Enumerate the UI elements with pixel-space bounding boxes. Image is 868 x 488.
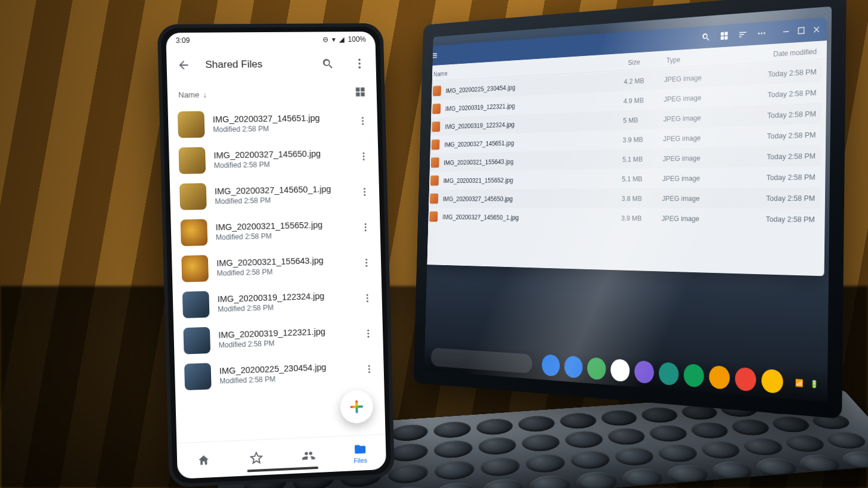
shelf-apps: ▶ [541, 354, 783, 394]
shelf-app-4[interactable]: ▶ [610, 359, 630, 382]
row-name: IMG_20200319_122321.jpg [445, 97, 622, 112]
file-modified: Modified 2:58 PM [213, 123, 349, 133]
search-button[interactable] [317, 53, 339, 74]
table-row[interactable]: IMG_20200327_145650_1.jpg3.9 MBJPEG imag… [425, 207, 820, 229]
row-date: Today 2:58 PM [735, 151, 816, 161]
shelf-app-2[interactable] [564, 356, 582, 378]
row-thumbnail [431, 157, 439, 167]
overflow-button[interactable] [349, 53, 370, 74]
keyboard-key [520, 433, 562, 452]
maximize-icon[interactable] [796, 25, 807, 36]
file-meta: IMG_20200321_155643.jpgModified 2:58 PM [216, 255, 354, 278]
svg-point-28 [367, 336, 369, 338]
keyboard-key [687, 421, 732, 440]
battery-text: 100% [348, 35, 365, 43]
row-size: 5 MB [623, 115, 662, 125]
row-size: 3.9 MB [622, 135, 661, 144]
file-item[interactable]: IMG_20200327_145650.jpgModified 2:58 PM [172, 139, 375, 179]
keyboard-key [728, 418, 773, 437]
file-more-button[interactable] [359, 187, 370, 200]
more-icon[interactable] [757, 28, 766, 39]
svg-point-12 [363, 156, 365, 157]
col-size[interactable]: Size [628, 56, 666, 67]
minimize-icon[interactable] [781, 26, 790, 37]
row-date: Today 2:58 PM [736, 109, 816, 120]
keyboard-key [558, 412, 599, 430]
svg-point-6 [358, 63, 361, 65]
sort-by-name[interactable]: Name ↓ [178, 90, 207, 100]
keyboard-key [612, 446, 657, 467]
row-type: JPEG image [663, 132, 733, 142]
shelf-tray[interactable]: 📶 🔋 [795, 378, 819, 388]
sort-icon[interactable] [738, 29, 748, 40]
file-more-button[interactable] [362, 293, 373, 306]
laptop-screen: Name Size Type Date modified IMG_2020022… [424, 7, 832, 402]
file-more-button[interactable] [363, 328, 374, 341]
row-name: IMG_20200319_122324.jpg [445, 116, 621, 130]
svg-point-19 [365, 229, 367, 231]
nav-files[interactable]: Files [334, 434, 386, 471]
col-type[interactable]: Type [666, 52, 737, 64]
nav-home[interactable] [176, 442, 230, 479]
svg-point-23 [367, 294, 368, 296]
file-more-button[interactable] [357, 116, 368, 129]
files-list: IMG_20200225_230454.jpg4.2 MBJPEG imageT… [424, 59, 827, 231]
file-modified: Modified 2:58 PM [215, 194, 351, 206]
row-date: Today 2:58 PM [736, 88, 817, 100]
svg-point-24 [367, 297, 368, 299]
file-item[interactable]: IMG_20200321_155652.jpgModified 2:58 PM [174, 210, 377, 251]
grid-view-icon[interactable] [720, 30, 729, 41]
keyboard-key [605, 427, 648, 446]
svg-point-0 [758, 33, 760, 35]
svg-rect-3 [783, 31, 789, 32]
svg-point-27 [367, 332, 369, 334]
view-toggle-button[interactable] [354, 86, 366, 100]
hamburger-icon[interactable] [430, 51, 438, 60]
shelf-app-7[interactable] [683, 363, 704, 388]
row-size: 4.9 MB [624, 95, 662, 104]
row-size: 3.9 MB [621, 214, 660, 222]
file-thumbnail [181, 255, 209, 282]
file-more-button[interactable] [360, 222, 371, 235]
search-icon[interactable] [701, 32, 710, 42]
table-row[interactable]: IMG_20200327_145650.jpg3.8 MBJPEG imageT… [426, 187, 820, 209]
shelf-app-8[interactable] [709, 365, 730, 390]
file-thumbnail [179, 183, 207, 210]
file-more-button[interactable] [358, 151, 369, 164]
file-item[interactable]: IMG_20200319_122324.jpgModified 2:58 PM [176, 281, 379, 323]
app-bar: Shared Files [166, 47, 377, 86]
files-window: Name Size Type Date modified IMG_2020022… [424, 17, 827, 276]
status-time: 3:09 [176, 36, 190, 45]
launcher-pill[interactable] [431, 347, 532, 373]
file-item[interactable]: IMG_20200327_145651.jpgModified 2:58 PM [172, 104, 374, 143]
file-item[interactable]: IMG_20200327_145650_1.jpgModified 2:58 P… [173, 175, 376, 215]
shelf-app-3[interactable] [587, 357, 606, 380]
file-item[interactable]: IMG_20200321_155643.jpgModified 2:58 PM [175, 246, 378, 287]
shelf-app-9[interactable] [735, 367, 757, 392]
keyboard-key [740, 437, 787, 456]
sort-bar: Name ↓ [168, 83, 377, 107]
file-item[interactable]: IMG_20200225_230454.jpgModified 2:58 PM [178, 352, 381, 396]
file-more-button[interactable] [361, 257, 372, 271]
file-meta: IMG_20200319_122321.jpgModified 2:58 PM [218, 326, 355, 350]
file-modified: Modified 2:58 PM [214, 159, 351, 170]
shelf-app-10[interactable] [761, 369, 783, 394]
keyboard-key [638, 406, 680, 424]
file-thumbnail [178, 147, 206, 174]
phone-screen: 3:09 ⊖ ▾ ◢ 100% Shared Files [166, 32, 386, 479]
close-icon[interactable] [811, 24, 822, 35]
keyboard-key [655, 443, 701, 464]
shelf-app-1[interactable] [541, 354, 560, 377]
svg-point-2 [764, 32, 765, 34]
keyboard-key [781, 434, 829, 453]
row-thumbnail [430, 194, 438, 204]
col-date[interactable]: Date modified [737, 47, 817, 60]
back-button[interactable] [172, 54, 194, 76]
shelf-app-5[interactable] [634, 360, 654, 384]
keyboard-key [822, 431, 868, 450]
shelf-app-6[interactable] [659, 362, 679, 386]
page-title: Shared Files [205, 58, 262, 71]
file-more-button[interactable] [364, 363, 374, 377]
phone: 3:09 ⊖ ▾ ◢ 100% Shared Files [157, 23, 395, 488]
row-name: IMG_20200225_230454.jpg [446, 77, 622, 94]
